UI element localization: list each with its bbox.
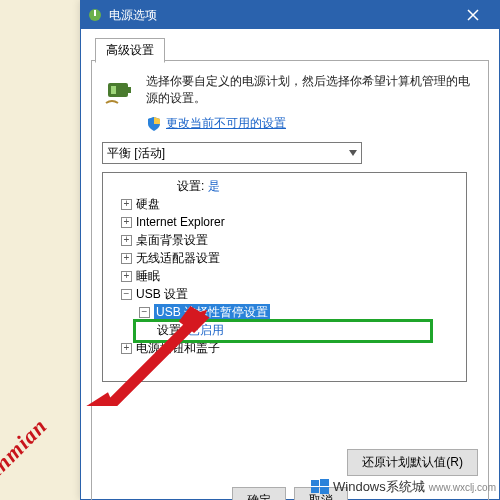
expand-icon[interactable]: + <box>121 199 132 210</box>
tree-item-power-buttons[interactable]: + 电源按钮和盖子 <box>103 339 466 357</box>
tree-item-wireless[interactable]: + 无线适配器设置 <box>103 249 466 267</box>
tree-item-ie[interactable]: + Internet Explorer <box>103 213 466 231</box>
ok-button[interactable]: 确定 <box>232 487 286 500</box>
expand-icon[interactable]: + <box>121 253 132 264</box>
window-title: 电源选项 <box>109 7 157 24</box>
close-icon <box>467 9 479 21</box>
explain-text: 选择你要自定义的电源计划，然后选择你希望计算机管理的电源的设置。 <box>146 73 478 107</box>
tree-setting-yes: 设置: 是 <box>103 177 466 195</box>
power-plan-select[interactable]: 平衡 [活动] <box>102 142 362 164</box>
svg-rect-9 <box>320 479 329 486</box>
restore-defaults-button[interactable]: 还原计划默认值(R) <box>347 449 478 476</box>
chevron-down-icon <box>349 150 357 156</box>
power-options-dialog: 电源选项 高级设置 选择你要自定义的电源计划，然后选择你希望计算机管理的电源的设… <box>80 0 500 500</box>
collapse-icon[interactable]: − <box>121 289 132 300</box>
expand-icon[interactable]: + <box>121 343 132 354</box>
settings-tree[interactable]: 设置: 是 + 硬盘 + Internet Explorer + 桌面背景设置 … <box>102 172 467 382</box>
tree-item-usb-suspend-value[interactable]: 设置: 已启用 <box>103 321 466 339</box>
svg-rect-4 <box>111 86 116 94</box>
tree-item-desktop-bg[interactable]: + 桌面背景设置 <box>103 231 466 249</box>
watermark-text: Windows系统城 <box>333 478 425 496</box>
battery-icon <box>102 73 136 107</box>
tree-item-sleep[interactable]: + 睡眠 <box>103 267 466 285</box>
svg-rect-1 <box>94 10 96 16</box>
tab-panel: 选择你要自定义的电源计划，然后选择你希望计算机管理的电源的设置。 更改当前不可用… <box>91 61 489 500</box>
tree-item-hard-disk[interactable]: + 硬盘 <box>103 195 466 213</box>
svg-rect-10 <box>311 487 319 493</box>
tree-item-usb-suspend[interactable]: − USB 选择性暂停设置 <box>103 303 466 321</box>
svg-rect-3 <box>128 87 131 93</box>
explain-row: 选择你要自定义的电源计划，然后选择你希望计算机管理的电源的设置。 <box>102 73 478 107</box>
change-unavailable-settings-link[interactable]: 更改当前不可用的设置 <box>166 115 286 132</box>
titlebar: 电源选项 <box>81 1 499 29</box>
expand-icon[interactable]: + <box>121 217 132 228</box>
power-plan-selected: 平衡 [活动] <box>107 145 165 162</box>
watermark-sub: www.wxclj.com <box>429 482 496 493</box>
svg-rect-11 <box>320 487 329 494</box>
app-icon <box>87 7 103 23</box>
expand-icon[interactable]: + <box>121 235 132 246</box>
expand-icon[interactable]: + <box>121 271 132 282</box>
windows-logo-icon <box>311 478 329 496</box>
collapse-icon[interactable]: − <box>139 307 150 318</box>
shield-icon <box>146 116 162 132</box>
svg-rect-8 <box>311 480 319 486</box>
tab-strip: 高级设置 <box>91 37 489 61</box>
stamp-text: qinmian <box>0 413 53 490</box>
watermark: Windows系统城 www.wxclj.com <box>311 478 496 496</box>
tree-item-usb[interactable]: − USB 设置 <box>103 285 466 303</box>
close-button[interactable] <box>453 1 493 29</box>
tab-advanced-settings[interactable]: 高级设置 <box>95 38 165 63</box>
